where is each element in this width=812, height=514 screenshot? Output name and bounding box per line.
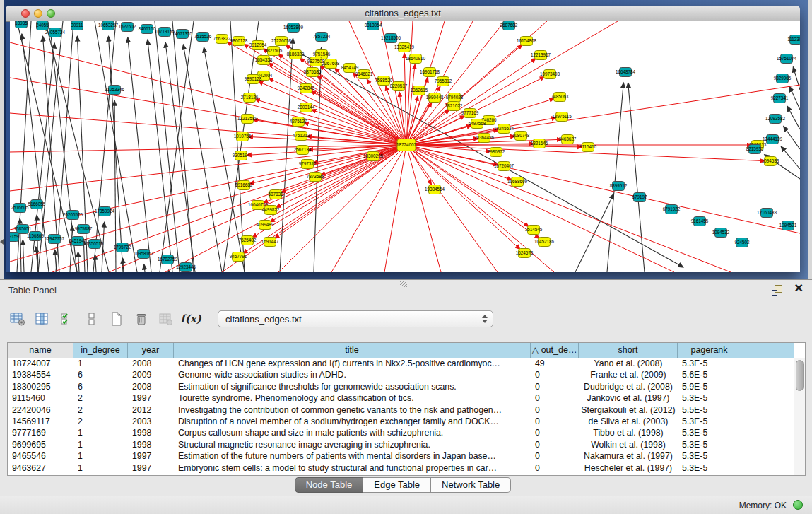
graph-node[interactable]: 2567134 [294, 146, 312, 155]
graph-node[interactable]: 19218506 [381, 34, 401, 43]
tab-edge-table[interactable]: Edge Table [363, 477, 431, 493]
table-row[interactable]: 1938455462009Genome-wide association stu… [8, 369, 794, 380]
graph-edge-red[interactable] [270, 145, 406, 222]
graph-node[interactable]: 9975887 [75, 225, 93, 234]
table-cell[interactable]: 5.9E-5 [678, 381, 741, 392]
graph-node[interactable]: 25226058 [271, 37, 292, 46]
graph-node[interactable]: 2718126 [241, 93, 259, 103]
graph-edge-red[interactable] [10, 113, 406, 145]
graph-node[interactable]: 9463627 [559, 135, 577, 144]
graph-node[interactable]: 7515526 [194, 33, 212, 42]
table-cell[interactable]: 9699695 [8, 439, 73, 450]
graph-edge-black[interactable] [78, 252, 79, 272]
table-cell[interactable]: 0 [531, 404, 579, 416]
table-cell[interactable]: Genome-wide association studies in ADHD. [174, 369, 531, 380]
graph-node[interactable]: 1094532 [712, 228, 730, 238]
table-cell[interactable]: 0 [531, 369, 579, 380]
graph-node[interactable]: 1916682 [235, 181, 253, 190]
graph-node[interactable]: 18724007 [396, 139, 417, 151]
table-cell[interactable]: 1998 [128, 439, 174, 450]
table-cell[interactable]: 5.3E-5 [678, 450, 741, 462]
graph-node[interactable]: 9457791 [230, 252, 247, 262]
table-options-icon[interactable] [8, 310, 27, 328]
graph-node[interactable]: 24055724 [45, 28, 66, 37]
graph-node[interactable]: 39159 [10, 233, 19, 242]
graph-node[interactable]: 9797312 [299, 160, 317, 169]
column-header-out_de[interactable]: △ out_de… [531, 343, 579, 358]
graph-node[interactable]: 7857224 [313, 33, 331, 42]
left-divider-strip[interactable] [0, 0, 4, 279]
graph-node[interactable]: 30911 [71, 21, 83, 30]
show-columns-icon[interactable] [33, 310, 52, 328]
column-header-short[interactable]: short [579, 343, 678, 358]
table-cell[interactable]: 1 [73, 462, 128, 474]
graph-node[interactable]: 5166055 [28, 200, 46, 209]
table-cell[interactable]: 2008 [128, 358, 174, 369]
table-cell[interactable]: 22420046 [8, 404, 73, 416]
table-cell[interactable]: 5.5E-5 [678, 404, 741, 416]
table-cell[interactable]: 0 [531, 439, 579, 450]
table-cell[interactable]: Wolkin et al. (1998) [579, 439, 678, 450]
table-cell[interactable]: Disruption of a novel member of a sodium… [174, 416, 531, 427]
graph-edge-red[interactable] [406, 145, 498, 272]
graph-edge-black[interactable] [93, 21, 116, 272]
graph-node[interactable]: 18640910 [406, 54, 426, 64]
graph-node[interactable]: 8466160 [139, 25, 156, 34]
table-cell[interactable]: 1 [73, 427, 128, 438]
graph-node[interactable]: 8813054 [365, 21, 382, 30]
graph-edge-black[interactable] [144, 264, 145, 272]
table-cell[interactable]: Nakamura et al. (1997) [579, 450, 678, 462]
graph-node[interactable]: 7625402 [239, 236, 257, 245]
table-cell[interactable]: 0 [531, 381, 579, 392]
table-row[interactable]: 1830029562008Estimation of significance … [8, 381, 794, 392]
table-cell[interactable]: 9777169 [8, 427, 73, 438]
graph-node[interactable]: 9161455 [691, 217, 709, 226]
graph-node[interactable]: 16782759 [158, 255, 178, 264]
table-row[interactable]: 946554611997Estimation of the future num… [8, 450, 794, 462]
graph-node[interactable]: 14671355 [172, 30, 193, 39]
table-cell[interactable]: 0 [531, 462, 579, 474]
minimize-button[interactable] [34, 9, 42, 18]
graph-node[interactable]: 12093582 [765, 115, 786, 124]
tab-network-table[interactable]: Network Table [431, 477, 511, 493]
graph-node[interactable]: 2367608 [322, 59, 340, 69]
table-cell[interactable]: 6 [73, 369, 128, 380]
graph-node[interactable]: 9146821 [355, 70, 373, 79]
table-row[interactable]: 977716911998Corpus callosum shape and si… [8, 427, 794, 438]
graph-node[interactable]: 16720407 [494, 162, 514, 171]
table-cell[interactable]: 2 [73, 404, 128, 416]
table-row[interactable]: 911546021997Tourette syndrome. Phenomeno… [8, 392, 794, 404]
graph-node[interactable]: 10245534 [494, 124, 514, 134]
table-cell[interactable]: 1997 [128, 462, 174, 474]
memory-status-indicator[interactable] [793, 500, 803, 510]
table-cell[interactable]: 1 [73, 450, 128, 462]
graph-node[interactable]: 1010755 [234, 132, 252, 141]
clear-selection-icon[interactable] [83, 310, 101, 328]
table-cell[interactable]: 5.3E-5 [678, 439, 741, 450]
graph-edge-red[interactable] [406, 145, 800, 233]
table-row[interactable]: 2242004622012Investigating the contribut… [8, 404, 794, 416]
table-cell[interactable]: Estimation of the future numbers of pati… [174, 450, 531, 462]
graph-edge-red[interactable] [249, 145, 406, 184]
table-cell[interactable]: Tourette syndrome. Phenomenology and cla… [174, 392, 531, 404]
graph-edge-red[interactable] [10, 145, 406, 191]
table-cell[interactable]: 49 [531, 358, 579, 369]
graph-node[interactable]: 16648784 [616, 68, 636, 77]
graph-edge-red[interactable] [10, 42, 406, 145]
table-cell[interactable]: Dudbridge et al. (2008) [579, 381, 678, 392]
graph-node[interactable]: 9777169 [461, 109, 479, 118]
zoom-button[interactable] [47, 9, 55, 18]
column-header-in_degree[interactable]: in_degree [73, 343, 128, 358]
table-cell[interactable]: 1997 [128, 392, 174, 404]
graph-edge-black[interactable] [314, 47, 322, 272]
graph-node[interactable]: 1080748 [512, 132, 530, 141]
graph-edge-black[interactable] [787, 106, 800, 129]
table-cell[interactable]: 1997 [128, 450, 174, 462]
table-cell[interactable]: 1 [73, 358, 128, 369]
graph-node[interactable]: 21053346 [105, 86, 125, 95]
graph-node[interactable]: 9305194 [233, 151, 250, 160]
table-cell[interactable]: 1 [73, 439, 128, 450]
table-cell[interactable]: Stergiakouli et al. (2012) [579, 404, 678, 416]
graph-node[interactable]: 1691447 [261, 238, 279, 247]
table-row[interactable]: 969969511998Structural magnetic resonanc… [8, 439, 794, 450]
